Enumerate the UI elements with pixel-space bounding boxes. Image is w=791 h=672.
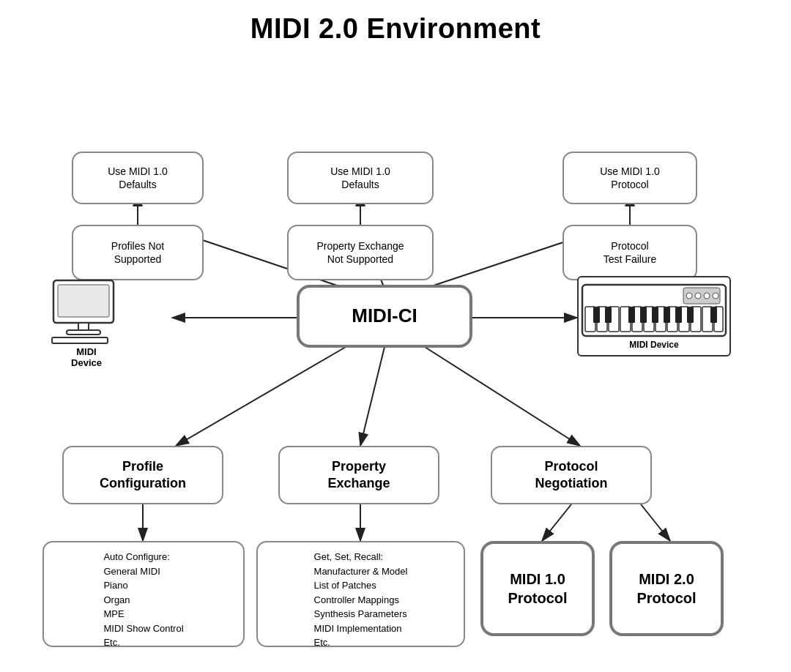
svg-rect-49 (710, 307, 717, 323)
svg-rect-42 (664, 307, 670, 323)
use-midi-defaults-left: Use MIDI 1.0 Defaults (72, 152, 204, 204)
svg-line-16 (542, 504, 571, 541)
midi20-protocol: MIDI 2.0 Protocol (609, 541, 724, 636)
svg-rect-40 (640, 307, 647, 323)
auto-configure: Auto Configure: General MIDI Piano Organ… (42, 541, 245, 647)
midi-device-left: MIDI Device (28, 274, 145, 369)
page-wrapper: MIDI 2.0 Environment (0, 0, 791, 672)
keyboard-svg (581, 283, 727, 338)
protocol-test-failure: Protocol Test Failure (562, 225, 697, 280)
svg-rect-37 (593, 307, 600, 323)
svg-point-26 (695, 293, 701, 299)
midi-ci-box: MIDI-CI (297, 285, 472, 348)
page-title: MIDI 2.0 Environment (250, 13, 541, 45)
svg-rect-39 (628, 307, 635, 323)
svg-point-25 (686, 293, 692, 299)
svg-line-13 (425, 347, 580, 446)
protocol-negotiation: Protocol Negotiation (491, 446, 652, 504)
svg-line-12 (360, 347, 385, 446)
svg-rect-47 (675, 307, 682, 323)
property-exchange: Property Exchange (278, 446, 439, 504)
svg-rect-22 (52, 337, 108, 343)
midi10-protocol: MIDI 1.0 Protocol (480, 541, 595, 636)
svg-rect-41 (652, 307, 658, 323)
svg-rect-21 (67, 330, 100, 335)
svg-rect-48 (687, 307, 694, 323)
svg-line-11 (176, 347, 346, 446)
use-midi-protocol: Use MIDI 1.0 Protocol (562, 152, 697, 204)
svg-point-27 (704, 293, 710, 299)
svg-rect-38 (605, 307, 612, 323)
property-exchange-not-supported: Property Exchange Not Supported (287, 225, 434, 280)
get-set-recall: Get, Set, Recall: Manufacturer & Model L… (256, 541, 465, 647)
midi-device-right-label: MIDI Device (629, 340, 678, 350)
midi-device-left-label: MIDI Device (71, 346, 102, 369)
profiles-not-supported: Profiles Not Supported (72, 225, 204, 280)
svg-rect-20 (78, 323, 89, 330)
svg-rect-19 (58, 285, 109, 317)
diagram: Use MIDI 1.0 Defaults Use MIDI 1.0 Defau… (15, 58, 776, 665)
svg-line-17 (641, 504, 670, 541)
computer-svg (46, 279, 127, 345)
midi-device-right: MIDI Device (577, 276, 731, 356)
svg-point-28 (713, 293, 718, 299)
profile-configuration: Profile Configuration (62, 446, 223, 504)
use-midi-defaults-center: Use MIDI 1.0 Defaults (287, 152, 434, 204)
